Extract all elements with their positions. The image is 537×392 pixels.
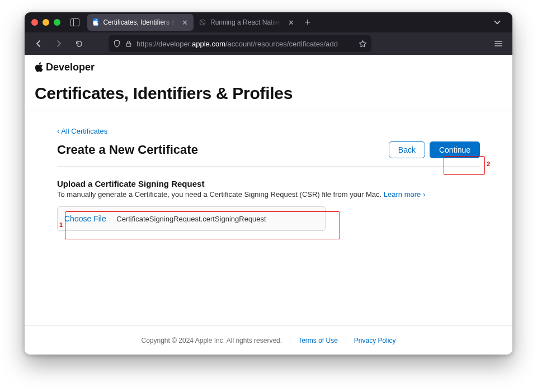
nav-forward-button[interactable] — [50, 35, 67, 52]
annotation-label-2: 2 — [487, 160, 490, 167]
apple-logo-icon — [35, 62, 44, 72]
url-text: https://developer.apple.com/account/reso… — [136, 40, 338, 48]
window-controls — [29, 19, 64, 26]
content: ‹ All Certificates Create a New Certific… — [25, 111, 512, 355]
bookmark-button[interactable] — [359, 40, 367, 48]
toolbar: https://developer.apple.com/account/reso… — [25, 32, 512, 55]
continue-button[interactable]: Continue — [430, 141, 480, 158]
reload-button[interactable] — [70, 35, 87, 52]
tab-close-icon[interactable]: ✕ — [182, 18, 188, 27]
url-bar[interactable]: https://developer.apple.com/account/reso… — [109, 35, 371, 52]
action-buttons: Back Continue — [389, 141, 480, 158]
arrow-left-icon — [34, 39, 43, 48]
footer: Copyright © 2024 Apple Inc. All rights r… — [25, 325, 512, 355]
lock-icon — [125, 40, 132, 47]
footer-divider — [290, 337, 290, 344]
footer-privacy-link[interactable]: Privacy Policy — [354, 337, 396, 344]
shield-icon — [113, 40, 121, 48]
section-title: Create a New Certificate — [57, 143, 198, 157]
list-all-tabs-button[interactable] — [491, 16, 503, 29]
global-nav: Developer — [25, 55, 512, 79]
footer-copyright: Copyright © 2024 Apple Inc. All rights r… — [141, 337, 282, 344]
window-maximize-button[interactable] — [54, 19, 60, 26]
tab-label: Certificates, Identifiers & Profiles — [103, 18, 175, 26]
sidebar-icon — [70, 18, 79, 26]
url-path: /account/resources/certificates/add — [225, 40, 338, 48]
titlebar: Certificates, Identifiers & Profiles ✕ R… — [25, 12, 512, 32]
section-heading: Upload a Certificate Signing Request — [57, 179, 480, 188]
window-close-button[interactable] — [31, 19, 38, 26]
svg-rect-4 — [126, 43, 131, 46]
window-minimize-button[interactable] — [43, 19, 49, 26]
selected-filename: CertificateSigningRequest.certSigningReq… — [116, 215, 266, 223]
annotation-label-1: 1 — [59, 221, 63, 228]
nav-back-button[interactable] — [30, 35, 47, 52]
brand[interactable]: Developer — [35, 62, 95, 73]
back-button[interactable]: Back — [389, 141, 425, 158]
url-prefix: https://developer. — [136, 40, 192, 48]
url-host: apple.com — [192, 40, 225, 48]
titlebar-right — [491, 16, 508, 29]
section-description: To manually generate a Certificate, you … — [57, 190, 480, 199]
choose-file-button[interactable]: Choose File — [64, 214, 106, 223]
tab-certificates[interactable]: Certificates, Identifiers & Profiles ✕ — [87, 14, 194, 31]
chevron-down-icon — [493, 18, 501, 26]
svg-line-3 — [201, 21, 205, 25]
sidebar-toggle-button[interactable] — [67, 16, 83, 29]
app-menu-button[interactable] — [490, 35, 507, 52]
brand-label: Developer — [46, 62, 95, 73]
browser-window: Certificates, Identifiers & Profiles ✕ R… — [25, 12, 512, 355]
section-text: To manually generate a Certificate, you … — [57, 190, 384, 199]
reload-icon — [75, 40, 83, 48]
footer-divider — [346, 337, 346, 344]
page-viewport: Developer Certificates, Identifiers & Pr… — [25, 55, 512, 355]
page-title: Certificates, Identifiers & Profiles — [35, 84, 502, 103]
star-icon — [359, 40, 367, 48]
tab-close-icon[interactable]: ✕ — [288, 18, 294, 27]
back-link[interactable]: ‹ All Certificates — [57, 127, 107, 135]
hero: Certificates, Identifiers & Profiles — [25, 79, 512, 111]
file-picker[interactable]: Choose File CertificateSigningRequest.ce… — [57, 206, 326, 231]
favicon-generic-icon — [199, 18, 206, 26]
svg-rect-0 — [71, 19, 79, 26]
upload-section: Upload a Certificate Signing Request To … — [57, 179, 480, 231]
learn-more-link[interactable]: Learn more › — [384, 190, 425, 199]
tab-strip: Certificates, Identifiers & Profiles ✕ R… — [87, 14, 488, 31]
title-row: Create a New Certificate Back Continue — [57, 141, 480, 167]
favicon-apple-icon — [93, 18, 98, 26]
hamburger-icon — [494, 39, 503, 48]
new-tab-button[interactable]: + — [300, 15, 315, 30]
tab-label: Running a React Native App on — [210, 18, 281, 26]
arrow-right-icon — [54, 39, 63, 48]
footer-terms-link[interactable]: Terms of Use — [298, 337, 338, 344]
tab-react-native[interactable]: Running a React Native App on ✕ — [194, 14, 300, 31]
